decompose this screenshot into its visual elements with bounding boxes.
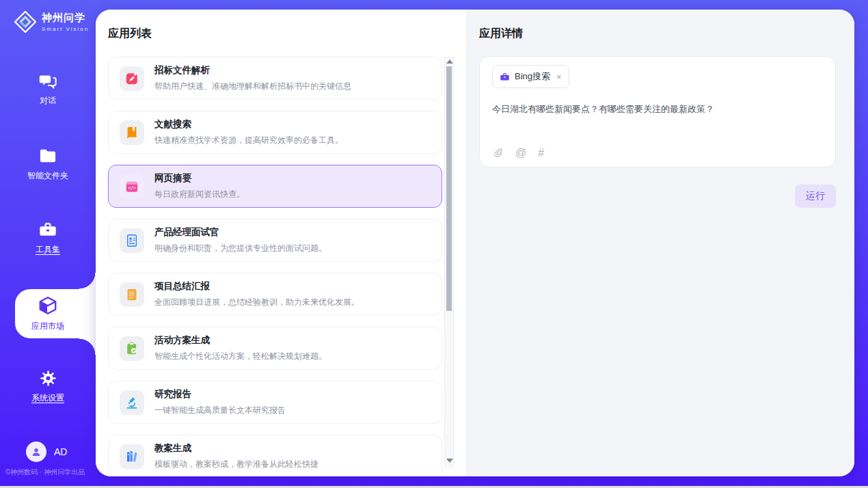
sidebar-item-label: 对话 [40, 95, 56, 107]
books-icon [120, 444, 144, 469]
doc-lines-icon [120, 282, 144, 307]
attachment-icon[interactable] [492, 147, 504, 159]
run-button[interactable]: 运行 [795, 185, 836, 208]
brand-logo: 神州问学 Smart Vision [14, 10, 89, 33]
app-card-title: 教案生成 [154, 442, 318, 455]
microscope-icon [120, 390, 144, 415]
app-card-1[interactable]: 招标文件解析帮助用户快速、准确地理解和解析招标书中的关键信息 [108, 57, 442, 100]
avatar[interactable] [26, 442, 46, 462]
app-card-title: 网页摘要 [154, 172, 245, 185]
scrollbar[interactable] [444, 57, 454, 467]
scrollbar-up-arrow[interactable] [446, 59, 453, 64]
gear-icon [0, 369, 96, 388]
sidebar: 神州问学 Smart Vision 对话智能文件夹工具集应用市场系统设置 AD … [0, 0, 96, 488]
chat-icon [0, 71, 96, 90]
sidebar-item-label: 智能文件夹 [27, 170, 68, 182]
query-text[interactable]: 今日湖北有哪些新闻要点？有哪些需要关注的最新政策？ [492, 103, 824, 116]
app-card-6[interactable]: 活动方案生成智能生成个性化活动方案，轻松解决规划难题。 [108, 327, 442, 370]
diamond-logo-icon [14, 10, 37, 33]
prompt-card: Bing搜索 × 今日湖北有哪些新闻要点？有哪些需要关注的最新政策？ @ # [479, 56, 836, 167]
app-detail-panel: 应用详情 Bing搜索 × 今日湖北有哪些新闻要点？有哪些需要关注的最新政策？ [467, 10, 854, 476]
apps-panel: 应用列表 招标文件解析帮助用户快速、准确地理解和解析招标书中的关键信息文献搜索快… [96, 10, 467, 476]
app-card-2[interactable]: 文献搜索快速精准查找学术资源，提高研究效率的必备工具。 [108, 111, 442, 154]
app-card-title: 研究报告 [154, 388, 286, 401]
app-card-title: 活动方案生成 [154, 334, 327, 347]
app-card-description: 帮助用户快速、准确地理解和解析招标书中的关键信息 [154, 81, 351, 92]
app-card-description: 全面回顾项目进展，总结经验教训，助力未来优化发展。 [154, 297, 360, 308]
app-window: 神州问学 Smart Vision 对话智能文件夹工具集应用市场系统设置 AD … [0, 0, 868, 488]
scrollbar-thumb[interactable] [446, 66, 452, 311]
app-card-description: 快速精准查找学术资源，提高研究效率的必备工具。 [154, 135, 343, 146]
app-card-4[interactable]: 产品经理面试官明确身份和职责，为您提供专业性的面试问题。 [108, 219, 442, 262]
pen-square-icon [120, 66, 144, 91]
book-icon [120, 120, 144, 145]
user-icon [30, 446, 42, 458]
main-content: 应用列表 招标文件解析帮助用户快速、准确地理解和解析招标书中的关键信息文献搜索快… [96, 10, 854, 476]
sidebar-item-cube[interactable]: 应用市场 [0, 295, 96, 332]
app-card-description: 明确身份和职责，为您提供专业性的面试问题。 [154, 243, 327, 254]
copyright-text: ©神州数码 · 神州问学出品 [5, 467, 96, 477]
apps-panel-title: 应用列表 [108, 27, 152, 41]
browser-code-icon: </> [120, 174, 144, 199]
sidebar-item-folder[interactable]: 智能文件夹 [0, 146, 96, 182]
user-profile[interactable]: AD [26, 442, 67, 462]
sidebar-item-label: 应用市场 [31, 321, 64, 332]
apps-list: 招标文件解析帮助用户快速、准确地理解和解析招标书中的关键信息文献搜索快速精准查找… [108, 57, 442, 476]
svg-text:</>: </> [128, 185, 136, 190]
sidebar-item-toolbox[interactable]: 工具集 [0, 220, 96, 256]
detail-panel-title: 应用详情 [479, 27, 523, 41]
cube-icon [0, 295, 96, 316]
brand-subtitle: Smart Vision [42, 26, 89, 32]
tool-chip-bing-search[interactable]: Bing搜索 × [492, 65, 569, 88]
chip-close-icon[interactable]: × [556, 72, 562, 82]
scrollbar-down-arrow[interactable] [446, 459, 453, 463]
app-card-title: 项目总结汇报 [154, 280, 360, 293]
clipboard-check-icon [120, 336, 144, 361]
sidebar-item-chat[interactable]: 对话 [0, 71, 96, 107]
app-card-description: 一键智能生成高质量长文本研究报告 [154, 405, 286, 416]
app-card-title: 产品经理面试官 [154, 226, 327, 239]
briefcase-icon [500, 72, 510, 82]
sidebar-item-label: 工具集 [36, 244, 60, 256]
sidebar-item-gear[interactable]: 系统设置 [0, 369, 96, 404]
sidebar-item-label: 系统设置 [31, 392, 64, 404]
app-card-title: 招标文件解析 [154, 64, 351, 77]
app-card-5[interactable]: 项目总结汇报全面回顾项目进展，总结经验教训，助力未来优化发展。 [108, 273, 442, 316]
tool-chip-label: Bing搜索 [515, 70, 550, 83]
app-card-description: 每日政府新闻资讯快查。 [154, 189, 245, 200]
app-card-description: 智能生成个性化活动方案，轻松解决规划难题。 [154, 351, 327, 362]
toolbox-icon [0, 220, 96, 239]
mention-icon[interactable]: @ [515, 148, 526, 159]
user-name: AD [54, 446, 67, 457]
topic-icon[interactable]: # [538, 148, 544, 159]
app-card-7[interactable]: 研究报告一键智能生成高质量长文本研究报告 [108, 381, 442, 424]
folder-icon [0, 146, 96, 165]
app-card-title: 文献搜索 [154, 118, 343, 131]
resume-icon [120, 228, 144, 253]
app-card-3[interactable]: </>网页摘要每日政府新闻资讯快查。 [108, 165, 442, 208]
app-card-description: 模板驱动，教案秒成，教学准备从此轻松快捷 [154, 459, 318, 470]
brand-name: 神州问学 [42, 12, 89, 25]
composer-toolbar: @ # [492, 147, 544, 159]
app-card-8[interactable]: 教案生成模板驱动，教案秒成，教学准备从此轻松快捷 [108, 435, 442, 476]
